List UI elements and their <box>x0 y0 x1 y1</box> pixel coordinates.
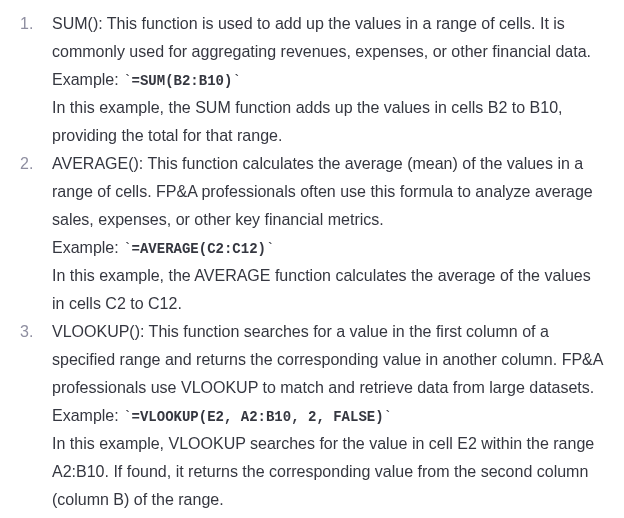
backtick: ` <box>123 241 131 257</box>
function-list: SUM(): This function is used to add up t… <box>20 10 604 514</box>
list-item: AVERAGE(): This function calculates the … <box>20 150 604 318</box>
item-description: AVERAGE(): This function calculates the … <box>52 150 604 234</box>
backtick: ` <box>384 409 392 425</box>
backtick: ` <box>123 73 131 89</box>
example-label: Example: <box>52 407 123 424</box>
backtick: ` <box>232 73 240 89</box>
item-description: SUM(): This function is used to add up t… <box>52 10 604 66</box>
item-explanation: In this example, the AVERAGE function ca… <box>52 262 604 318</box>
code-snippet: =VLOOKUP(E2, A2:B10, 2, FALSE) <box>132 409 384 425</box>
list-item: VLOOKUP(): This function searches for a … <box>20 318 604 514</box>
example-label: Example: <box>52 71 123 88</box>
code-snippet: =SUM(B2:B10) <box>132 73 233 89</box>
code-snippet: =AVERAGE(C2:C12) <box>132 241 266 257</box>
backtick: ` <box>123 409 131 425</box>
item-explanation: In this example, the SUM function adds u… <box>52 94 604 150</box>
item-explanation: In this example, VLOOKUP searches for th… <box>52 430 604 514</box>
example-label: Example: <box>52 239 123 256</box>
item-example-line: Example: `=SUM(B2:B10)` <box>52 66 604 94</box>
list-item: SUM(): This function is used to add up t… <box>20 10 604 150</box>
item-description: VLOOKUP(): This function searches for a … <box>52 318 604 402</box>
item-example-line: Example: `=AVERAGE(C2:C12)` <box>52 234 604 262</box>
item-example-line: Example: `=VLOOKUP(E2, A2:B10, 2, FALSE)… <box>52 402 604 430</box>
backtick: ` <box>266 241 274 257</box>
